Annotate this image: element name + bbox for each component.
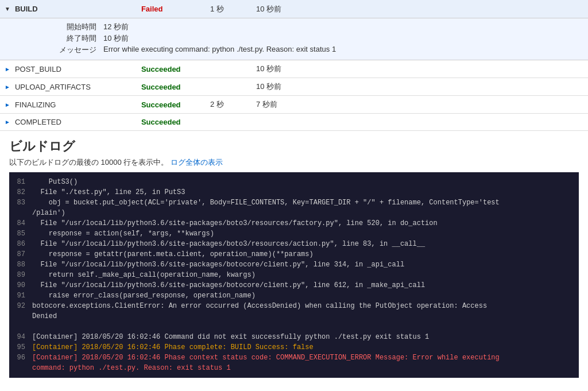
stage-expand-arrow[interactable]: ►	[5, 119, 10, 125]
build-start-value: 12 秒前	[103, 22, 129, 32]
stage-ago: 10 秒前	[256, 64, 281, 74]
log-line-content: response = getattr(parent.meta.client, o…	[32, 249, 579, 260]
log-line: 94[Container] 2018/05/20 16:02:46 Comman…	[9, 332, 579, 342]
build-message-label: メッセージ	[34, 45, 103, 55]
log-line: 82 File "./test.py", line 25, in PutS3	[9, 187, 579, 198]
log-line: 95[Container] 2018/05/20 16:02:46 Phase …	[9, 342, 579, 353]
log-line-content: File "/usr/local/lib/python3.6/site-pack…	[32, 218, 579, 229]
stage-name: POST_BUILD	[15, 65, 141, 73]
build-message-row: メッセージ Error while executing command: pyt…	[34, 45, 588, 55]
build-duration: 1 秒	[210, 4, 256, 14]
log-line: 85 response = action(self, *args, **kwar…	[9, 229, 579, 239]
stage-status: Succeeded	[141, 83, 210, 91]
log-line-number: 92	[9, 301, 32, 322]
log-line-content: File "/usr/local/lib/python3.6/site-pack…	[32, 239, 579, 249]
log-line-content: PutS3()	[32, 177, 579, 187]
stage-name: FINALIZING	[15, 100, 141, 109]
log-line: 89 return self._make_api_call(operation_…	[9, 270, 579, 280]
build-end-row: 終了時間 10 秒前	[34, 33, 588, 44]
stage-row[interactable]: ► FINALIZING Succeeded 2 秒 7 秒前	[0, 96, 588, 114]
build-expand-arrow[interactable]: ▼	[5, 6, 10, 12]
log-line-content	[32, 322, 579, 332]
log-line	[9, 322, 579, 332]
log-line-number: 85	[9, 229, 32, 239]
log-line: 81 PutS3()	[9, 177, 579, 187]
stage-rows: ► POST_BUILD Succeeded 10 秒前 ► UPLOAD_AR…	[0, 60, 588, 131]
stage-expand-arrow[interactable]: ►	[5, 66, 10, 72]
stage-status: Succeeded	[141, 118, 210, 126]
log-line-number: 94	[9, 332, 32, 342]
log-full-link[interactable]: ログ全体の表示	[171, 158, 223, 167]
log-line-number: 96	[9, 353, 32, 373]
build-status: Failed	[141, 5, 210, 13]
stage-status: Succeeded	[141, 65, 210, 73]
build-detail: 開始時間 12 秒前 終了時間 10 秒前 メッセージ Error while …	[0, 18, 588, 60]
log-line-number: 90	[9, 280, 32, 291]
log-line-content: raise error_class(parsed_response, opera…	[32, 291, 579, 301]
log-line: 83 obj = bucket.put_object(ACL='private'…	[9, 198, 579, 218]
stage-row[interactable]: ► COMPLETED Succeeded	[0, 114, 588, 131]
log-line-content: File "/usr/local/lib/python3.6/site-pack…	[32, 260, 579, 270]
log-line: 86 File "/usr/local/lib/python3.6/site-p…	[9, 239, 579, 249]
stage-status: Succeeded	[141, 100, 210, 109]
stage-duration: 2 秒	[210, 99, 256, 110]
stage-name: COMPLETED	[15, 118, 141, 126]
log-title: ビルドログ	[9, 138, 579, 155]
log-line-content: [Container] 2018/05/20 16:02:46 Phase co…	[32, 342, 579, 353]
log-line: 96[Container] 2018/05/20 16:02:46 Phase …	[9, 353, 579, 373]
build-end-value: 10 秒前	[103, 33, 129, 44]
log-line-number: 95	[9, 342, 32, 353]
stage-name: UPLOAD_ARTIFACTS	[15, 83, 141, 91]
stage-row[interactable]: ► POST_BUILD Succeeded 10 秒前	[0, 60, 588, 78]
log-line-number: 91	[9, 291, 32, 301]
build-start-row: 開始時間 12 秒前	[34, 22, 588, 32]
build-section: ▼ BUILD Failed 1 秒 10 秒前 開始時間 12 秒前 終了時間…	[0, 0, 588, 131]
log-line: 90 File "/usr/local/lib/python3.6/site-p…	[9, 280, 579, 291]
log-terminal: 81 PutS3()82 File "./test.py", line 25, …	[9, 172, 579, 378]
log-line-number	[9, 322, 32, 332]
build-ago: 10 秒前	[256, 4, 281, 14]
log-line: 87 response = getattr(parent.meta.client…	[9, 249, 579, 260]
log-line-number: 81	[9, 177, 32, 187]
log-line-content: File "./test.py", line 25, in PutS3	[32, 187, 579, 198]
stage-ago: 10 秒前	[256, 82, 281, 92]
build-stage-row[interactable]: ▼ BUILD Failed 1 秒 10 秒前	[0, 0, 588, 18]
log-line: 88 File "/usr/local/lib/python3.6/site-p…	[9, 260, 579, 270]
build-end-label: 終了時間	[34, 33, 103, 44]
log-line-content: response = action(self, *args, **kwargs)	[32, 229, 579, 239]
log-line-number: 84	[9, 218, 32, 229]
log-line-number: 82	[9, 187, 32, 198]
log-line-content: [Container] 2018/05/20 16:02:46 Phase co…	[32, 353, 579, 373]
stage-ago: 7 秒前	[256, 99, 277, 110]
log-line: 84 File "/usr/local/lib/python3.6/site-p…	[9, 218, 579, 229]
log-section: ビルドログ 以下のビルドログの最後の 10000 行を表示中。 ログ全体の表示 …	[0, 131, 588, 382]
log-subtitle: 以下のビルドログの最後の 10000 行を表示中。 ログ全体の表示	[9, 157, 579, 168]
log-line-content: return self._make_api_call(operation_nam…	[32, 270, 579, 280]
log-line-number: 89	[9, 270, 32, 280]
build-stage-name: BUILD	[15, 5, 141, 13]
log-line-number: 88	[9, 260, 32, 270]
build-message-value: Error while executing command: python ./…	[103, 45, 336, 55]
stage-expand-arrow[interactable]: ►	[5, 102, 10, 108]
log-line-content: File "/usr/local/lib/python3.6/site-pack…	[32, 280, 579, 291]
log-line: 92botocore.exceptions.ClientError: An er…	[9, 301, 579, 322]
log-line-number: 86	[9, 239, 32, 249]
log-line-content: obj = bucket.put_object(ACL='private', B…	[32, 198, 579, 218]
build-start-label: 開始時間	[34, 22, 103, 32]
log-line-content: [Container] 2018/05/20 16:02:46 Command …	[32, 332, 579, 342]
log-line: 91 raise error_class(parsed_response, op…	[9, 291, 579, 301]
log-line-number: 87	[9, 249, 32, 260]
log-subtitle-text: 以下のビルドログの最後の 10000 行を表示中。	[9, 158, 168, 167]
log-line-content: botocore.exceptions.ClientError: An erro…	[32, 301, 579, 322]
stage-row[interactable]: ► UPLOAD_ARTIFACTS Succeeded 10 秒前	[0, 78, 588, 96]
log-line-number: 83	[9, 198, 32, 218]
stage-expand-arrow[interactable]: ►	[5, 84, 10, 90]
